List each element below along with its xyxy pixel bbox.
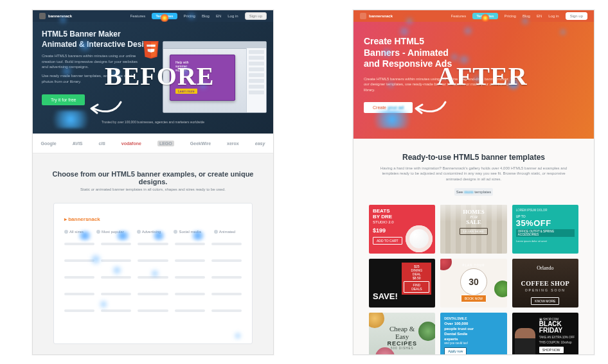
sec2-title: Ready-to-use HTML5 banner templates [362,153,585,162]
tile-btn[interactable]: ADD TO CART [373,237,402,245]
filter[interactable]: All sizes [64,230,84,234]
template-tile[interactable]: ▣ SHOP.COM BLACK FRIDAY TAKE AN EXTRA 10… [512,313,578,355]
nav-signup[interactable]: Sign up [566,12,587,20]
after-hero: Create HTML5 Banners - Animated and Resp… [353,22,594,139]
hero-title-l3: and Responsive Ads [364,58,452,69]
trust-logo-row: Google AVIS citi vodafone LEGO GeekWire … [33,134,273,153]
after-section2: Ready-to-use HTML5 banner templates Havi… [353,139,594,355]
brand-name: bannersnack [48,14,72,18]
nav-features[interactable]: Features [451,14,467,18]
hero-para1: Create HTML5 banners within minutes usin… [42,53,145,69]
template-tile[interactable]: SAVE! $25 DINING DEAL $8.50 FIND DEALS [369,259,435,308]
hero-cta-button[interactable]: Try it for free [42,94,85,105]
heatmap-blob [47,110,94,128]
trust-logo: xerox [227,141,239,146]
canvas-text: Help with summer support? [175,60,189,72]
nav-lang[interactable]: EN [537,14,542,18]
nav-pricing[interactable]: Pricing [505,14,516,18]
tile-btn[interactable]: LEARN MORE [460,228,488,235]
hero-editor-mock: Help with summer support? Learn more [163,41,267,113]
nav-features[interactable]: Features [130,14,146,18]
trust-logo: citi [99,141,105,146]
nav-pricing[interactable]: Pricing [184,14,195,18]
headphones-icon [406,225,433,252]
brand-logo-icon [360,13,366,19]
brand-logo-icon [39,13,46,19]
template-tile[interactable]: HOMES FOR SALE LEARN MORE [440,205,506,254]
filter[interactable]: Advertising [137,230,161,234]
sec2-filter-card: ▸ bannersnack All sizes Most popular Adv… [53,203,253,344]
heatmap-blob [368,110,416,128]
before-nav: Features Templates Pricing Blog EN Log i… [130,12,267,20]
hero-para2: Use ready made banner templates, access … [42,73,145,84]
tile-btn[interactable]: KNOW MORE [531,297,559,305]
filter[interactable]: Social media [174,230,201,234]
see-more-button[interactable]: See more templates [454,188,493,196]
nav-login[interactable]: Log in [228,14,238,18]
trust-logo: easy [255,141,265,146]
nav-blog[interactable]: Blog [523,14,530,18]
html5-shield-icon [142,41,160,60]
template-tile[interactable]: BEATSBY DRE STUDIO 2.0 $199 ADD TO CART [369,205,435,254]
hero-title-l2: Animated & Interactive Designs [42,40,157,49]
before-screenshot: bannersnack Features Templates Pricing B… [32,10,274,355]
sec2-sub: Having a hard time with inspiration? Ban… [374,166,573,182]
brand: bannersnack [39,13,72,19]
nav-lang[interactable]: EN [216,14,221,18]
template-tile[interactable]: PLAN YOUR 30 BOOK NOW [440,259,506,308]
brand: bannersnack [360,13,393,19]
sec2-sub: Static or animated banner templates in a… [42,187,264,191]
tile-btn[interactable]: BOOK NOW [461,295,487,302]
hero-title-l1: Create HTML5 [364,36,424,46]
template-tile[interactable]: Cheap & Easy RECIPES 500 DISHES [369,313,435,355]
trust-logo: Google [41,141,57,146]
filter-row: All sizes Most popular Advertising Socia… [64,230,242,234]
heatmap-blob [463,26,473,36]
before-section2: Choose from our HTML5 banner examples, o… [33,153,273,355]
trust-logo: GeekWire [190,141,211,146]
card-brand: ▸ bannersnack [64,216,242,222]
before-header: bannersnack Features Templates Pricing B… [33,10,273,22]
template-grid: BEATSBY DRE STUDIO 2.0 $199 ADD TO CART … [369,205,578,355]
nav-blog[interactable]: Blog [202,14,210,18]
hero-cta-button[interactable]: Create your ad [364,102,413,113]
template-tile[interactable]: LOREM IPSUM DOLOR UP TO 35%OFF OFFICE OU… [512,205,578,254]
trust-logo: LEGO [157,141,174,146]
sec2-title: Choose from our HTML5 banner examples, o… [42,170,264,186]
comparison-stage: bannersnack Features Templates Pricing B… [0,0,608,364]
template-tile[interactable]: Orlando COFFEE SHOP OPENING SOON KNOW MO… [512,259,578,308]
template-tile[interactable]: DENTALSMILE Over 100,000 people trust ou… [440,313,506,355]
after-header: bannersnack Features Templates Pricing B… [353,10,594,22]
tile-btn[interactable]: SHOP NOW [539,347,564,353]
editor-canvas: Help with summer support? Learn more [170,55,235,101]
after-nav: Features Templates Pricing Blog EN Log i… [451,12,587,20]
person-icon [515,328,535,355]
deal-badge: $25 DINING DEAL $8.50 FIND DEALS [402,263,431,295]
brand-name: bannersnack [369,14,393,18]
placeholder-grid [64,243,242,312]
before-hero: HTML5 Banner Maker Animated & Interactiv… [33,22,273,134]
tile-btn[interactable]: Apply now [444,347,467,355]
canvas-button: Learn more [175,89,197,94]
heatmap-blob [234,332,242,340]
trust-logo: vodafone [121,141,141,146]
heatmap-hot-icon [160,13,169,22]
filter[interactable]: Animated [214,230,235,234]
after-screenshot: bannersnack Features Templates Pricing B… [353,10,595,355]
heatmap-hot-icon [481,13,490,22]
hero-para: Create HTML5 banners within minutes usin… [364,76,518,93]
filter[interactable]: Most popular [96,230,124,234]
trust-logo: AVIS [73,141,83,146]
hero-title-l1: HTML5 Banner Maker [42,30,121,39]
nav-login[interactable]: Log in [548,14,559,18]
trust-caption: Trusted by over 100,000 businesses, agen… [33,120,273,124]
hero-title-l2: Banners - Animated [364,48,449,58]
hero-title: Create HTML5 Banners - Animated and Resp… [364,36,584,70]
nav-signup[interactable]: Sign up [245,12,267,20]
